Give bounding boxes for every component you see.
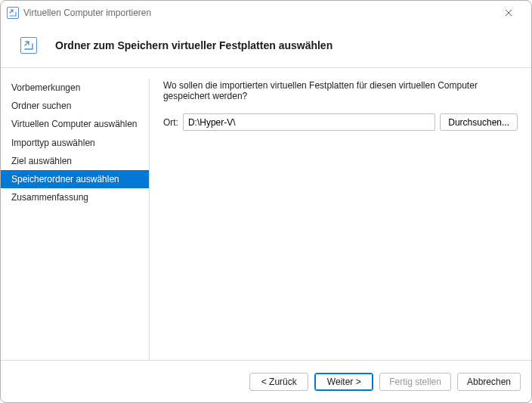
step-ordner-suchen[interactable]: Ordner suchen [1, 97, 149, 115]
step-ziel[interactable]: Ziel auswählen [1, 152, 149, 170]
wizard-content: Wo sollen die importierten virtuellen Fe… [150, 68, 531, 360]
titlebar: Virtuellen Computer importieren [1, 1, 531, 25]
cancel-button[interactable]: Abbrechen [457, 373, 521, 391]
step-speicherordner[interactable]: Speicherordner auswählen [1, 170, 149, 188]
next-button[interactable]: Weiter > [314, 373, 373, 391]
location-input[interactable] [183, 113, 435, 131]
wizard-header: Ordner zum Speichern virtueller Festplat… [1, 25, 531, 67]
wizard-footer: < Zurück Weiter > Fertig stellen Abbrech… [1, 360, 531, 402]
window-title: Virtuellen Computer importieren [23, 8, 151, 18]
finish-button: Fertig stellen [379, 373, 451, 391]
close-button[interactable] [492, 2, 525, 23]
page-title: Ordner zum Speichern virtueller Festplat… [55, 39, 332, 51]
wizard-body: Vorbemerkungen Ordner suchen Virtuellen … [1, 68, 531, 360]
wizard-steps: Vorbemerkungen Ordner suchen Virtuellen … [1, 68, 149, 360]
prompt-text: Wo sollen die importierten virtuellen Fe… [163, 80, 518, 101]
app-icon [7, 7, 19, 19]
step-vorbemerkungen[interactable]: Vorbemerkungen [1, 79, 149, 97]
back-button[interactable]: < Zurück [249, 373, 308, 391]
import-icon [20, 37, 37, 54]
wizard-window: Virtuellen Computer importieren Ordner z… [0, 0, 532, 403]
browse-button[interactable]: Durchsuchen... [440, 113, 518, 131]
location-label: Ort: [163, 117, 178, 128]
step-zusammenfassung[interactable]: Zusammenfassung [1, 188, 149, 206]
location-row: Ort: Durchsuchen... [163, 113, 518, 131]
step-importtyp[interactable]: Importtyp auswählen [1, 134, 149, 152]
step-vm-auswaehlen[interactable]: Virtuellen Computer auswählen [1, 115, 149, 133]
